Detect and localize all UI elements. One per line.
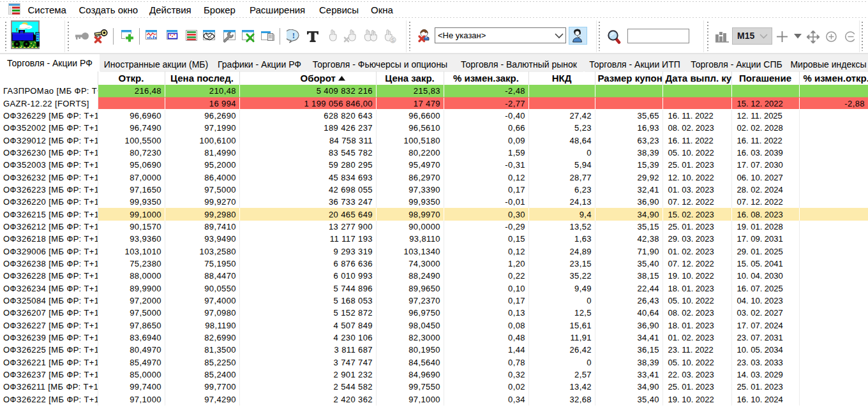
svg-text:S: S bbox=[391, 37, 395, 43]
svg-text:!: ! bbox=[292, 31, 295, 40]
